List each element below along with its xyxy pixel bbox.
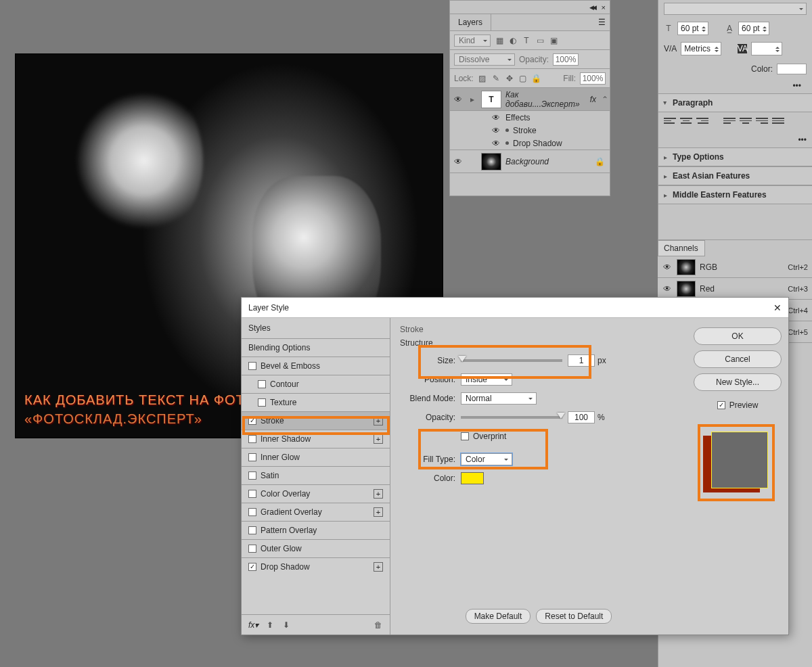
font-style-dropdown[interactable] xyxy=(664,3,807,15)
lock-all-icon[interactable]: 🔒 xyxy=(532,74,541,83)
close-panel-icon[interactable]: × xyxy=(602,3,606,12)
background-thumb[interactable] xyxy=(481,153,501,170)
canvas-text-line2[interactable]: «ФОТОСКЛАД.ЭКСПЕРТ» xyxy=(24,411,202,427)
channel-row[interactable]: 👁 RGB Ctrl+2 xyxy=(658,256,812,278)
blend-mode-dropdown[interactable]: Dissolve xyxy=(454,53,515,66)
outer-glow-item[interactable]: Outer Glow xyxy=(242,539,390,557)
stroke-item[interactable]: Stroke+ xyxy=(242,411,390,430)
type-layer-thumb[interactable]: T xyxy=(481,91,501,108)
contour-item[interactable]: Contour xyxy=(242,375,390,393)
layer-name[interactable]: Background xyxy=(505,157,591,166)
texture-item[interactable]: Texture xyxy=(242,393,390,411)
ok-button[interactable]: OK xyxy=(694,327,782,345)
justify-all-icon[interactable] xyxy=(772,118,784,127)
paragraph-section-header[interactable]: ▸ Paragraph xyxy=(658,93,812,112)
pattern-overlay-item[interactable]: Pattern Overlay xyxy=(242,521,390,539)
position-select[interactable]: Inside xyxy=(461,373,512,386)
inner-shadow-item[interactable]: Inner Shadow+ xyxy=(242,430,390,448)
bevel-emboss-item[interactable]: Bevel & Emboss xyxy=(242,356,390,375)
blending-options-item[interactable]: Blending Options xyxy=(242,338,390,356)
gradient-overlay-item[interactable]: Gradient Overlay+ xyxy=(242,503,390,521)
styles-heading[interactable]: Styles xyxy=(242,318,390,338)
size-input[interactable]: 1 xyxy=(568,354,595,367)
checkbox[interactable] xyxy=(248,453,256,461)
add-effect-icon[interactable]: + xyxy=(374,507,383,517)
add-effect-icon[interactable]: + xyxy=(374,562,383,572)
cancel-button[interactable]: Cancel xyxy=(694,350,782,368)
move-up-icon[interactable]: ⬆ xyxy=(265,620,275,630)
tracking-field[interactable] xyxy=(751,42,782,55)
visibility-icon[interactable]: 👁 xyxy=(662,262,673,272)
justify-left-icon[interactable] xyxy=(723,118,736,127)
canvas-text-line1[interactable]: КАК ДОБАВИТЬ ТЕКСТ НА ФОТО xyxy=(24,392,255,408)
add-effect-icon[interactable]: + xyxy=(374,489,383,499)
layer-kind-dropdown[interactable]: Kind xyxy=(454,34,491,47)
more-options-icon[interactable]: ••• xyxy=(658,133,812,147)
effect-name[interactable]: Drop Shadow xyxy=(513,139,562,148)
more-options-icon[interactable]: ••• xyxy=(664,78,807,93)
collapse-panel-icon[interactable]: ◀◀ xyxy=(589,4,595,11)
trash-icon[interactable]: 🗑 xyxy=(374,620,383,630)
filter-type-icon[interactable]: T xyxy=(522,36,531,45)
fill-type-select[interactable]: Color xyxy=(461,453,512,465)
move-down-icon[interactable]: ⬇ xyxy=(281,620,291,630)
checkbox[interactable] xyxy=(248,362,256,370)
justify-right-icon[interactable] xyxy=(756,118,768,127)
inner-glow-item[interactable]: Inner Glow xyxy=(242,448,390,466)
checkbox[interactable] xyxy=(248,545,256,553)
visibility-icon[interactable]: 👁 xyxy=(453,157,464,166)
size-slider[interactable] xyxy=(461,359,562,362)
kerning-field[interactable]: Metrics xyxy=(681,42,721,55)
lock-position-icon[interactable]: ✥ xyxy=(505,74,514,83)
lock-transparency-icon[interactable]: ▨ xyxy=(478,74,487,83)
checkbox[interactable] xyxy=(248,508,256,516)
fill-value[interactable]: 100% xyxy=(580,72,606,85)
opacity-slider[interactable] xyxy=(461,416,562,419)
checkbox[interactable] xyxy=(248,435,256,443)
filter-shape-icon[interactable]: ▭ xyxy=(535,36,545,45)
fx-badge[interactable]: fx xyxy=(590,95,596,104)
color-overlay-item[interactable]: Color Overlay+ xyxy=(242,484,390,503)
east-asian-section[interactable]: ▸East Asian Features xyxy=(658,166,812,185)
drop-shadow-item[interactable]: Drop Shadow+ xyxy=(242,557,390,576)
add-effect-icon[interactable]: + xyxy=(374,416,383,426)
reset-default-button[interactable]: Reset to Default xyxy=(536,609,612,624)
overprint-checkbox[interactable] xyxy=(461,432,469,440)
text-color-swatch[interactable] xyxy=(777,64,807,74)
align-center-icon[interactable] xyxy=(680,118,692,127)
type-options-section[interactable]: ▸Type Options xyxy=(658,147,812,166)
filter-smart-icon[interactable]: ▣ xyxy=(549,36,558,45)
checkbox[interactable] xyxy=(248,563,256,571)
stroke-color-swatch[interactable] xyxy=(461,472,484,484)
checkbox[interactable] xyxy=(258,380,266,388)
visibility-icon[interactable]: 👁 xyxy=(662,284,673,294)
checkbox[interactable] xyxy=(248,490,256,498)
align-right-icon[interactable] xyxy=(696,118,708,127)
opacity-value[interactable]: 100% xyxy=(553,53,579,66)
checkbox[interactable] xyxy=(258,398,266,407)
font-size-field[interactable]: 60 pt xyxy=(677,22,708,35)
justify-center-icon[interactable] xyxy=(740,118,752,127)
lock-icon[interactable]: 🔒 xyxy=(595,157,604,166)
close-icon[interactable]: ✕ xyxy=(773,302,782,313)
lock-artboard-icon[interactable]: ▢ xyxy=(518,74,528,83)
channels-tab[interactable]: Channels xyxy=(658,240,705,256)
layers-tab[interactable]: Layers xyxy=(450,14,491,30)
visibility-icon[interactable]: 👁 xyxy=(491,126,501,135)
lock-pixels-icon[interactable]: ✎ xyxy=(491,74,501,83)
checkbox[interactable] xyxy=(248,417,256,425)
panel-menu-icon[interactable]: ☰ xyxy=(598,18,606,27)
preview-checkbox[interactable] xyxy=(717,401,725,409)
expand-icon[interactable]: ▸ xyxy=(468,95,477,104)
layer-name[interactable]: Как добави....Эксперт» xyxy=(505,90,586,109)
visibility-icon[interactable]: 👁 xyxy=(491,139,501,148)
checkbox[interactable] xyxy=(248,472,256,480)
filter-adjust-icon[interactable]: ◐ xyxy=(508,36,518,45)
add-effect-icon[interactable]: + xyxy=(374,434,383,444)
align-left-icon[interactable] xyxy=(664,118,676,127)
make-default-button[interactable]: Make Default xyxy=(466,609,531,624)
fx-expand-icon[interactable]: ⌃ xyxy=(600,95,610,104)
checkbox[interactable] xyxy=(248,526,256,534)
visibility-icon[interactable]: 👁 xyxy=(453,95,464,104)
new-style-button[interactable]: New Style... xyxy=(694,373,782,391)
